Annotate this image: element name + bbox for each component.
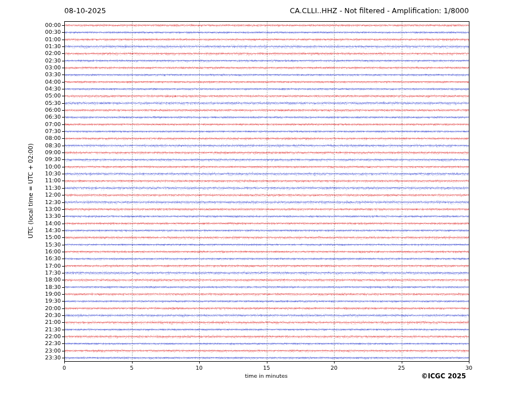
x-tick-label: 20 bbox=[331, 365, 337, 371]
y-tick-label: 07:30 bbox=[0, 128, 61, 134]
y-tick-label: 03:30 bbox=[0, 72, 61, 77]
x-tick-label: 30 bbox=[465, 365, 472, 371]
y-tick-label: 23:00 bbox=[0, 348, 61, 354]
x-axis-label: time in minutes bbox=[245, 373, 288, 379]
y-tick-label: 08:30 bbox=[0, 143, 61, 148]
y-tick-label: 22:00 bbox=[0, 334, 61, 339]
y-tick-label: 18:30 bbox=[0, 284, 61, 290]
y-tick-label: 13:30 bbox=[0, 213, 61, 219]
x-tick-label: 15 bbox=[263, 365, 270, 371]
y-tick-label: 05:30 bbox=[0, 100, 61, 106]
y-tick-label: 06:30 bbox=[0, 114, 61, 120]
x-tick-label: 10 bbox=[196, 365, 203, 371]
y-tick-label: 03:00 bbox=[0, 65, 61, 71]
y-tick-label: 00:30 bbox=[0, 29, 61, 35]
y-tick-label: 04:00 bbox=[0, 79, 61, 85]
y-tick-label: 15:30 bbox=[0, 242, 61, 248]
y-tick-label: 14:00 bbox=[0, 221, 61, 226]
y-tick-label: 11:30 bbox=[0, 185, 61, 191]
y-tick-label: 13:00 bbox=[0, 206, 61, 212]
y-tick-label: 00:00 bbox=[0, 22, 61, 28]
y-tick-label: 16:00 bbox=[0, 249, 61, 255]
y-tick-label: 15:00 bbox=[0, 234, 61, 240]
y-tick-label: 17:00 bbox=[0, 263, 61, 269]
station-title: CA.CLLI..HHZ - Not filtered - Amplificat… bbox=[290, 6, 469, 15]
y-tick-label: 09:00 bbox=[0, 150, 61, 155]
y-tick-label: 01:00 bbox=[0, 37, 61, 42]
y-tick-label: 20:00 bbox=[0, 306, 61, 311]
x-tick-label: 5 bbox=[130, 365, 133, 371]
date-title: 08-10-2025 bbox=[64, 6, 106, 15]
x-tick-label: 0 bbox=[63, 365, 66, 371]
y-tick-label: 16:30 bbox=[0, 256, 61, 261]
y-tick-label: 09:30 bbox=[0, 157, 61, 162]
y-tick-label: 10:00 bbox=[0, 164, 61, 170]
y-tick-label: 19:00 bbox=[0, 291, 61, 297]
y-tick-label: 17:30 bbox=[0, 270, 61, 276]
y-tick-label: 05:00 bbox=[0, 93, 61, 99]
y-tick-label: 12:30 bbox=[0, 200, 61, 205]
copyright-text: ©ICGC 2025 bbox=[421, 372, 466, 380]
y-tick-label: 04:30 bbox=[0, 86, 61, 92]
y-tick-label: 10:30 bbox=[0, 171, 61, 177]
y-tick-label: 20:30 bbox=[0, 312, 61, 318]
y-tick-label: 11:00 bbox=[0, 178, 61, 183]
y-tick-label: 02:00 bbox=[0, 50, 61, 56]
y-tick-label: 12:00 bbox=[0, 192, 61, 198]
y-tick-label: 01:30 bbox=[0, 44, 61, 49]
helicorder-traces-canvas bbox=[0, 0, 532, 399]
y-tick-label: 21:00 bbox=[0, 319, 61, 325]
helicorder-figure: 08-10-2025 CA.CLLI..HHZ - Not filtered -… bbox=[0, 0, 532, 399]
y-tick-label: 14:30 bbox=[0, 228, 61, 233]
y-tick-label: 22:30 bbox=[0, 341, 61, 346]
y-tick-label: 19:30 bbox=[0, 298, 61, 304]
y-tick-label: 21:30 bbox=[0, 327, 61, 332]
y-tick-label: 06:00 bbox=[0, 107, 61, 113]
y-tick-label: 18:00 bbox=[0, 277, 61, 283]
y-tick-label: 07:00 bbox=[0, 122, 61, 127]
y-tick-label: 08:00 bbox=[0, 135, 61, 141]
y-tick-label: 02:30 bbox=[0, 58, 61, 64]
x-tick-label: 25 bbox=[398, 365, 405, 371]
y-tick-label: 23:30 bbox=[0, 355, 61, 361]
